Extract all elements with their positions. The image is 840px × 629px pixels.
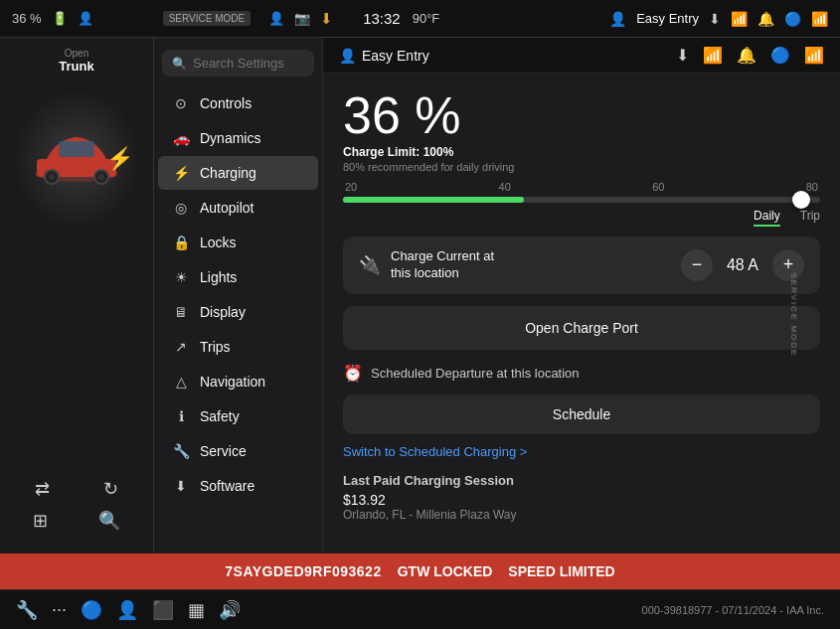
charging-icon: ⚡ bbox=[172, 165, 190, 181]
left-panel: Open Trunk ⚡ ⇄ ↻ ⊞ 🔍 bbox=[0, 38, 154, 553]
sidebar-item-navigation[interactable]: △ Navigation bbox=[158, 365, 318, 398]
lights-icon: ☀ bbox=[172, 269, 190, 285]
easy-entry-header: 👤 Easy Entry bbox=[339, 48, 429, 64]
sidebar-label-navigation: Navigation bbox=[200, 374, 265, 390]
speed-limited-label: SPEED LIMITED bbox=[508, 563, 614, 579]
volume-taskbar-icon[interactable]: 🔊 bbox=[219, 599, 241, 621]
easy-entry-label: Easy Entry bbox=[636, 11, 699, 26]
switch-scheduled-link[interactable]: Switch to Scheduled Charging > bbox=[343, 444, 820, 459]
bluetooth-taskbar-icon[interactable]: 🔵 bbox=[81, 599, 102, 621]
tab-trip[interactable]: Trip bbox=[800, 209, 820, 227]
svg-point-4 bbox=[49, 174, 55, 180]
autopilot-icon: ◎ bbox=[172, 200, 190, 216]
sidebar-label-software: Software bbox=[200, 478, 254, 494]
alarm-sched-icon: ⏰ bbox=[343, 364, 363, 383]
trunk-label[interactable]: Trunk bbox=[59, 59, 93, 74]
menu-icon[interactable]: ⊞ bbox=[33, 510, 48, 532]
locks-icon: 🔒 bbox=[172, 235, 190, 250]
sidebar-label-autopilot: Autopilot bbox=[200, 200, 253, 216]
sidebar-item-software[interactable]: ⬇ Software bbox=[158, 469, 318, 503]
search-input[interactable] bbox=[193, 56, 304, 71]
controls-icon: ⊙ bbox=[172, 95, 190, 111]
wifi-icon: 📶 bbox=[731, 11, 748, 27]
decrease-current-button[interactable]: − bbox=[681, 249, 713, 281]
bell-header-icon: 🔔 bbox=[737, 46, 756, 65]
increase-current-button[interactable]: + bbox=[772, 249, 804, 281]
bluetooth-icon: 🔵 bbox=[784, 11, 801, 27]
scheduled-departure-label: Scheduled Departure at this location bbox=[371, 366, 580, 381]
taskbar: 🔧 ··· 🔵 👤 ⬛ ▦ 🔊 000-39818977 - 07/11/202… bbox=[0, 589, 840, 629]
search-bar[interactable]: 🔍 bbox=[162, 50, 314, 77]
slider-track[interactable] bbox=[343, 197, 820, 203]
dots-icon[interactable]: ··· bbox=[52, 599, 67, 620]
slider-labels: 20 40 60 80 bbox=[343, 181, 820, 193]
last-paid-label: Last Paid Charging Session bbox=[343, 473, 820, 488]
lightning-icon: ⚡ bbox=[106, 146, 133, 172]
alarm-icon: 🔔 bbox=[757, 11, 774, 27]
schedule-button[interactable]: Schedule bbox=[343, 394, 820, 434]
sidebar-item-trips[interactable]: ↗ Trips bbox=[158, 330, 318, 364]
safety-icon: ℹ bbox=[172, 408, 190, 424]
search-bottom-icon[interactable]: 🔍 bbox=[98, 510, 120, 532]
search-icon: 🔍 bbox=[172, 57, 187, 71]
sidebar-item-display[interactable]: 🖥 Display bbox=[158, 295, 318, 329]
media-taskbar-icon[interactable]: ⬛ bbox=[152, 599, 174, 621]
car-image: ⚡ bbox=[12, 89, 141, 229]
sidebar-item-locks[interactable]: 🔒 Locks bbox=[158, 226, 318, 259]
sidebar-label-controls: Controls bbox=[200, 95, 252, 111]
battery-percent-large: 36 % bbox=[343, 89, 820, 141]
camera-icon: 📷 bbox=[294, 11, 310, 26]
tools-icon[interactable]: 🔧 bbox=[16, 599, 38, 621]
sidebar-item-service[interactable]: 🔧 Service bbox=[158, 434, 318, 468]
signal-icon: 📶 bbox=[811, 11, 828, 27]
svg-rect-6 bbox=[59, 141, 94, 157]
download-icon: ⬇ bbox=[320, 10, 333, 28]
sidebar-item-autopilot[interactable]: ◎ Autopilot bbox=[158, 191, 318, 225]
sidebar-item-controls[interactable]: ⊙ Controls bbox=[158, 86, 318, 120]
sidebar-item-charging[interactable]: ⚡ Charging bbox=[158, 156, 318, 190]
sidebar-label-locks: Locks bbox=[200, 235, 237, 250]
taskbar-left: 🔧 ··· 🔵 👤 ⬛ ▦ 🔊 bbox=[16, 599, 241, 621]
sidebar-item-safety[interactable]: ℹ Safety bbox=[158, 399, 318, 433]
sidebar-label-charging: Charging bbox=[200, 165, 256, 181]
last-paid-amount: $13.92 bbox=[343, 492, 820, 508]
charging-content: 36 % Charge Limit: 100% 80% recommended … bbox=[323, 74, 840, 538]
last-paid-location: Orlando, FL - Millenia Plaza Way bbox=[343, 508, 820, 522]
charge-current-controls: − 48 A + bbox=[681, 249, 804, 281]
sidebar-label-safety: Safety bbox=[200, 408, 240, 424]
battery-icon: 🔋 bbox=[52, 11, 68, 26]
gtw-locked-label: GTW LOCKED bbox=[398, 563, 493, 579]
charge-current-label: Charge Current at this location bbox=[391, 248, 494, 282]
wifi-header-icon: 📶 bbox=[703, 46, 723, 65]
tab-daily[interactable]: Daily bbox=[754, 209, 780, 227]
sidebar-item-lights[interactable]: ☀ Lights bbox=[158, 260, 318, 294]
sidebar-label-lights: Lights bbox=[200, 269, 237, 285]
charge-current-box: 🔌 Charge Current at this location − 48 A… bbox=[343, 236, 820, 294]
temperature-display: 90°F bbox=[413, 11, 440, 26]
header-icons: ⬇ 📶 🔔 🔵 📶 bbox=[676, 46, 824, 65]
sidebar-label-dynamics: Dynamics bbox=[200, 130, 260, 146]
service-mode-badge: SERVICE MODE bbox=[163, 11, 252, 26]
clock-display: 13:32 bbox=[363, 10, 401, 27]
car-icon: 👤 bbox=[268, 11, 284, 26]
person-icon: 👤 bbox=[78, 11, 93, 26]
person-icon-2: 👤 bbox=[609, 11, 626, 27]
software-icon: ⬇ bbox=[172, 478, 190, 494]
slider-thumb[interactable] bbox=[792, 191, 810, 209]
charge-current-left: 🔌 Charge Current at this location bbox=[359, 248, 494, 282]
scheduled-departure: ⏰ Scheduled Departure at this location bbox=[343, 364, 820, 383]
sidebar-item-dynamics[interactable]: 🚗 Dynamics bbox=[158, 121, 318, 155]
refresh-icon[interactable]: ↻ bbox=[103, 478, 118, 500]
taskbar-info: 000-39818977 - 07/11/2024 - IAA Inc. bbox=[642, 604, 824, 616]
download-icon-2: ⬇ bbox=[709, 11, 721, 27]
plug-icon: 🔌 bbox=[359, 254, 381, 276]
open-charge-port-button[interactable]: Open Charge Port bbox=[343, 306, 820, 350]
svg-point-5 bbox=[98, 174, 104, 180]
user-taskbar-icon[interactable]: 👤 bbox=[116, 599, 138, 621]
download-header-icon: ⬇ bbox=[676, 46, 689, 65]
charge-recommendation: 80% recommended for daily driving bbox=[343, 161, 820, 173]
bluetooth-header-icon: 🔵 bbox=[770, 46, 790, 65]
app-taskbar-icon[interactable]: ▦ bbox=[188, 599, 205, 621]
charge-limit-slider-container[interactable]: 20 40 60 80 bbox=[343, 181, 820, 203]
shuffle-icon[interactable]: ⇄ bbox=[35, 478, 50, 500]
